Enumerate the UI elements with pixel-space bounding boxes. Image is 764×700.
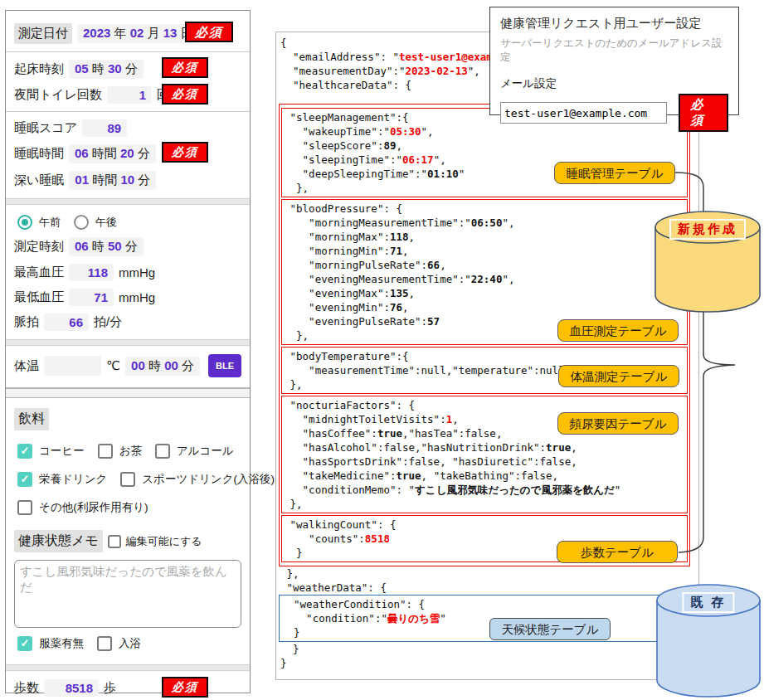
existing-badge: 既 存 — [682, 592, 734, 613]
email-input[interactable] — [500, 102, 667, 124]
email-setting-label: メール設定 — [500, 76, 728, 91]
nocturia-table-tag: 頻尿要因テーブル — [557, 412, 679, 435]
healthcare-database: 新規作成 健康管理 データベース — [653, 209, 762, 315]
screenshot-stage: 測定日付 2023 年 02 月 13 日 必須 起床時刻 05 時 30 分 … — [0, 0, 764, 700]
user-settings-box: 健康管理リクエスト用ユーザー設定 サーバーリクエストのためのメールアドレス設定 … — [489, 7, 739, 115]
weather-table-tag: 天候状態テーブル — [489, 618, 611, 640]
new-creation-badge: 新規作成 — [669, 219, 746, 240]
blood-table-tag: 血圧測定テーブル — [557, 319, 679, 342]
temp-table-tag: 体温測定テーブル — [558, 365, 679, 387]
sleep-table-tag: 睡眠管理テーブル — [554, 162, 675, 184]
weather-database: 既 存 気象センサー データベース — [655, 582, 762, 700]
walk-table-tag: 歩数テーブル — [557, 541, 678, 563]
required-badge: 必須 — [679, 94, 728, 132]
settings-title: 健康管理リクエスト用ユーザー設定 — [500, 16, 728, 32]
settings-subtitle: サーバーリクエストのためのメールアドレス設定 — [500, 36, 731, 65]
